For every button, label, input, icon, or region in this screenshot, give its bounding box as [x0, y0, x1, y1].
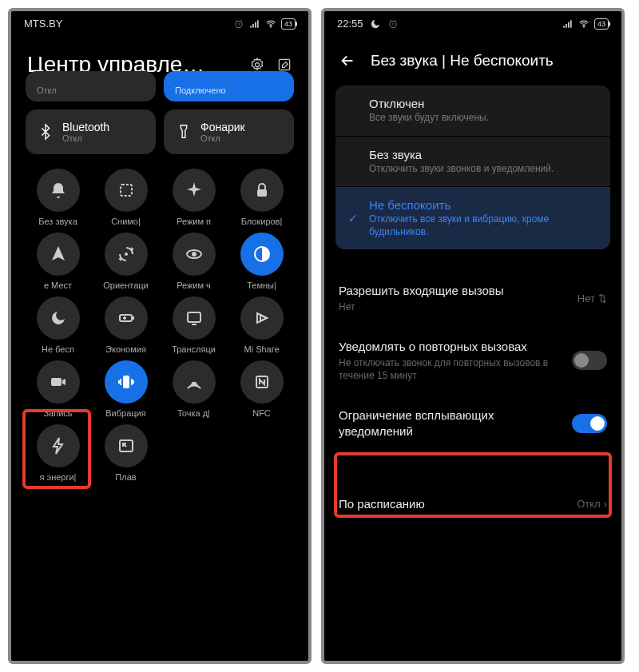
- setting-allow-calls[interactable]: Разрешить входящие вызовыНет Нет ⇅: [324, 270, 621, 326]
- svg-rect-16: [188, 312, 200, 322]
- svg-rect-3: [255, 22, 256, 27]
- qs-label: Режим п: [177, 217, 211, 226]
- signal-icon: [249, 18, 260, 30]
- option-sub: Отключить все звуки и вибрацию, кроме бу…: [369, 213, 597, 238]
- qs-tile-lock[interactable]: Блокиров|: [229, 169, 294, 226]
- setting-title: Разрешить входящие вызовы: [339, 283, 503, 299]
- tile-flashlight[interactable]: ФонарикОткл: [164, 109, 294, 154]
- option-off[interactable]: ✓ ОтключенВсе звуки будут включены.: [335, 85, 610, 137]
- qs-tile-cast[interactable]: Трансляци: [161, 296, 226, 354]
- toggle-on[interactable]: [572, 414, 607, 433]
- qs-tile-rotation[interactable]: Ориентаци: [93, 233, 158, 290]
- signal-icon: [562, 18, 574, 30]
- option-silent[interactable]: ✓ Без звукаОтключить звуки звонков и уве…: [335, 137, 610, 188]
- option-title: Отключен: [369, 97, 489, 110]
- setting-title: Ограничение всплывающих уведомлений: [339, 408, 561, 439]
- wide-tiles: BluetoothОткл ФонарикОткл: [11, 109, 308, 154]
- svg-rect-7: [279, 59, 289, 70]
- statusbar-right: 43: [233, 18, 296, 30]
- qs-label: Экономия: [105, 344, 146, 354]
- qs-tile-moon[interactable]: Не бесп: [26, 296, 90, 354]
- battery-indicator: 43: [594, 18, 609, 30]
- setting-value: Откл ›: [577, 498, 607, 510]
- qs-label: я энерги|: [40, 472, 77, 482]
- qs-tile-pip[interactable]: Плав: [93, 424, 158, 482]
- qs-tile-airplane[interactable]: Режим п: [161, 169, 226, 226]
- moon-icon: [37, 296, 80, 340]
- svg-point-12: [192, 252, 196, 256]
- tile-title: Bluetooth: [62, 121, 109, 133]
- qs-tile-nfc[interactable]: NFC: [229, 360, 294, 418]
- location-icon: [37, 233, 80, 276]
- toggle-off[interactable]: [572, 351, 607, 370]
- svg-rect-19: [123, 376, 129, 388]
- qs-label: е Мест: [44, 280, 72, 290]
- svg-point-6: [256, 63, 260, 67]
- setting-repeat-calls[interactable]: Уведомлять о повторных вызовахНе отключа…: [324, 326, 621, 395]
- qs-tile-theme[interactable]: Темны|: [229, 233, 294, 290]
- setting-schedule[interactable]: По расписанию Откл ›: [324, 483, 621, 525]
- cast-icon: [173, 296, 216, 340]
- vibrate-icon: [105, 360, 148, 404]
- qs-label: Трансляци: [172, 344, 216, 354]
- svg-rect-18: [51, 378, 62, 386]
- bluetooth-icon: [37, 123, 54, 141]
- carrier-label: MTS.BY: [24, 18, 62, 30]
- statusbar: 22:55 43: [324, 11, 621, 36]
- option-title: Не беспокоить: [369, 198, 597, 212]
- quick-settings-grid: Без звукаСнимо|Режим пБлокиров|е МестОри…: [11, 162, 308, 488]
- setting-title: По расписанию: [339, 496, 425, 512]
- top-tiles-cut: Откл Подключено: [11, 85, 308, 101]
- qs-tile-bolt[interactable]: я энерги|: [26, 424, 90, 482]
- option-sub: Отключить звуки звонков и уведомлений.: [369, 163, 554, 176]
- qs-label: Не бесп: [42, 344, 74, 354]
- settings-icon[interactable]: [249, 57, 265, 73]
- phone-dnd-settings: 22:55 43 Без звука | Не беспокоить ✓ Отк…: [321, 8, 625, 664]
- qs-tile-record[interactable]: Запись: [26, 360, 90, 418]
- tile-sub: Откл: [200, 133, 245, 143]
- mode-options: ✓ ОтключенВсе звуки будут включены. ✓ Бе…: [335, 85, 610, 249]
- setting-sub: Нет: [339, 301, 503, 314]
- tile-sub: Подключено: [175, 85, 226, 95]
- setting-value: Нет ⇅: [577, 292, 607, 304]
- battery-indicator: 43: [281, 18, 296, 30]
- moon-icon: [370, 18, 381, 30]
- wifi-icon: [578, 18, 589, 30]
- qs-tile-location[interactable]: е Мест: [26, 233, 90, 290]
- option-dnd[interactable]: ✓ Не беспокоитьОтключить все звуки и виб…: [335, 187, 610, 249]
- svg-rect-8: [121, 185, 132, 196]
- qs-tile-hotspot[interactable]: Точка д|: [161, 360, 226, 418]
- tile-top-2[interactable]: Подключено: [164, 71, 294, 101]
- qs-label: Без звука: [38, 217, 77, 226]
- qs-label: Снимо|: [111, 217, 141, 226]
- statusbar: MTS.BY 43: [11, 11, 308, 36]
- svg-rect-1: [250, 26, 252, 27]
- qs-tile-vibrate[interactable]: Вибрация: [93, 360, 158, 418]
- pip-icon: [105, 424, 148, 467]
- edit-icon[interactable]: [276, 57, 292, 73]
- lock-icon: [240, 169, 284, 212]
- svg-rect-27: [570, 20, 572, 27]
- qs-label: Плав: [115, 472, 136, 482]
- tile-bluetooth[interactable]: BluetoothОткл: [26, 109, 156, 154]
- qs-tile-mishare[interactable]: Mi Share: [229, 296, 294, 354]
- phone-control-center: MTS.BY 43 Центр управле… Откл Подключено…: [8, 8, 312, 664]
- setting-popup-limit[interactable]: Ограничение всплывающих уведомлений: [324, 395, 621, 451]
- tile-top-1[interactable]: Откл: [26, 71, 156, 101]
- back-icon[interactable]: [339, 52, 356, 70]
- qs-label: NFC: [252, 408, 271, 418]
- qs-label: Mi Share: [244, 344, 279, 354]
- svg-rect-4: [257, 20, 259, 27]
- svg-rect-17: [192, 324, 196, 325]
- battery-saver-icon: [105, 296, 148, 340]
- qs-label: Темны|: [247, 280, 276, 290]
- qs-tile-screenshot[interactable]: Снимо|: [93, 169, 158, 226]
- alarm-icon: [387, 18, 399, 30]
- theme-icon: [240, 233, 284, 276]
- qs-tile-bell[interactable]: Без звука: [26, 169, 90, 226]
- statusbar-right: 43: [562, 18, 609, 30]
- qs-tile-eye[interactable]: Режим ч: [161, 233, 226, 290]
- time-label: 22:55: [337, 18, 363, 30]
- qs-tile-battery-saver[interactable]: Экономия: [93, 296, 158, 354]
- svg-point-28: [583, 26, 584, 26]
